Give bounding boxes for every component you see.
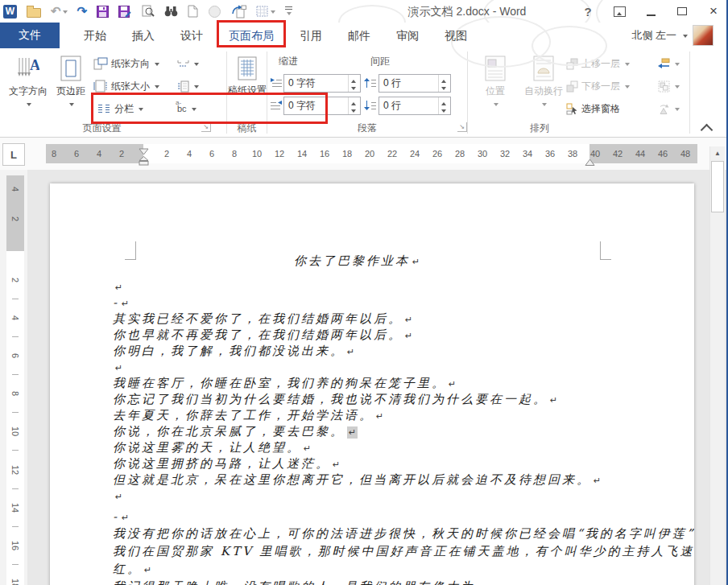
- hanging-indent-marker[interactable]: [139, 154, 149, 169]
- spinner-buttons[interactable]: [438, 97, 450, 114]
- tab-审阅[interactable]: 审阅: [383, 23, 432, 48]
- tab-引用[interactable]: 引用: [287, 23, 335, 48]
- document-title-line[interactable]: 你去了巴黎作业本↵: [113, 253, 601, 269]
- group-page-setup: A 文字方向 页边距 纸张方向 纸张大小: [0, 48, 226, 137]
- line-numbers-button[interactable]: [177, 76, 199, 97]
- document-line[interactable]: ↵: [113, 359, 612, 375]
- ribbon-display-options-icon[interactable]: [611, 2, 627, 21]
- dialog-launcher-icon[interactable]: ↘: [457, 122, 467, 132]
- manuscript-setup-button[interactable]: 稿纸设置: [229, 51, 266, 121]
- tab-stop-selector[interactable]: L: [2, 143, 25, 166]
- document-line[interactable]: 你说，你在北京呆腻了，要去巴黎。↵: [113, 423, 612, 439]
- spin-down-icon[interactable]: [439, 106, 450, 115]
- document-line[interactable]: 其实我已经不爱你了，在我们结婚两年以后。↵: [113, 311, 612, 327]
- minimize-icon[interactable]: [643, 2, 659, 21]
- ruler-number: 22: [387, 144, 397, 163]
- paste-special-icon[interactable]: [231, 3, 246, 19]
- vertical-scrollbar[interactable]: ▲: [709, 146, 725, 585]
- account-area[interactable]: 北侧 左一: [631, 23, 714, 48]
- paper-size-button[interactable]: 纸张大小: [93, 76, 159, 97]
- print-preview-icon[interactable]: [141, 3, 155, 19]
- document-line[interactable]: -↵: [113, 509, 612, 525]
- document-line[interactable]: 去年夏天，你辞去了工作，开始学法语。↵: [113, 407, 612, 423]
- tab-页面布局[interactable]: 页面布局: [216, 23, 287, 48]
- right-indent-marker[interactable]: [585, 155, 595, 170]
- new-document-icon[interactable]: [188, 3, 198, 19]
- paragraph-mark: ↵: [115, 363, 122, 373]
- tab-设计[interactable]: 设计: [168, 23, 216, 48]
- document-line[interactable]: 但这就是北京，呆在这里你想离开它，但当离开以后就会迫不及待想回来。↵: [113, 472, 612, 488]
- spacing-after-field[interactable]: 0 行: [378, 97, 451, 115]
- document-line[interactable]: ↵: [113, 278, 612, 295]
- save-icon[interactable]: [97, 3, 109, 19]
- hyphenation-button[interactable]: a-bc: [176, 98, 196, 119]
- document-line[interactable]: 我没有把你的话放在心上，可你的法语进步很快，秋天的时候你已经会唱“我的名字叫伊莲…: [113, 525, 612, 542]
- ruler-number: 28: [455, 144, 465, 163]
- select-table-icon[interactable]: [256, 3, 275, 19]
- document-line[interactable]: -↵: [113, 295, 612, 311]
- document-line[interactable]: 你说这里拥挤的马路，让人迷茫。↵: [113, 455, 612, 472]
- manuscript-setup-icon: [238, 54, 257, 83]
- indent-right-field[interactable]: 0 字符: [283, 97, 361, 115]
- tab-file[interactable]: 文件: [0, 23, 60, 48]
- customize-quick-access-toolbar-icon[interactable]: [285, 3, 292, 19]
- breaks-button[interactable]: [177, 53, 199, 74]
- ribbon-tabs: 开始插入设计页面布局引用邮件审阅视图: [71, 23, 480, 48]
- ruler-number: 10: [252, 144, 262, 163]
- collapse-ribbon-icon[interactable]: [701, 124, 714, 137]
- document-line[interactable]: 我睡在客厅，你睡在卧室，我们养的狗呆在笼子里。↵: [113, 375, 612, 391]
- tab-开始[interactable]: 开始: [71, 23, 119, 48]
- document-line[interactable]: 你忘记了我们当初为什么要结婚，我也说不清我们为什么要在一起。↵: [113, 391, 612, 407]
- spin-up-icon[interactable]: [349, 97, 360, 106]
- document-page[interactable]: 你去了巴黎作业本↵ ↵-↵其实我已经不爱你了，在我们结婚两年以后。↵你也早就不再…: [50, 183, 694, 585]
- save-as-icon[interactable]: [118, 3, 131, 19]
- wrap-text-button: 自动换行: [517, 51, 570, 121]
- spin-down-icon[interactable]: [349, 106, 360, 115]
- selection-pane-icon: [566, 103, 578, 115]
- document-line[interactable]: 我们在国贸那家 KTV 里唱歌，那时候中国好声音正在铺天盖地，有个叫华少的主持人…: [113, 542, 612, 560]
- scroll-up-icon[interactable]: ▲: [710, 146, 725, 161]
- redo-icon[interactable]: ↷: [77, 3, 88, 19]
- document-line[interactable]: 你也早就不再爱我了，在我们结婚两年以后。↵: [113, 327, 612, 343]
- avatar[interactable]: [693, 25, 714, 46]
- maximize-icon[interactable]: [674, 2, 690, 21]
- document-line[interactable]: 红。↵: [113, 560, 612, 578]
- tab-插入[interactable]: 插入: [119, 23, 168, 48]
- svg-text:A: A: [30, 57, 39, 73]
- spin-up-icon[interactable]: [439, 75, 450, 84]
- close-icon[interactable]: ×: [705, 2, 722, 21]
- vertical-ruler-strip: 4224681012141618: [0, 170, 27, 585]
- spin-up-icon[interactable]: [349, 75, 360, 84]
- document-line[interactable]: ↵: [113, 488, 612, 504]
- selection-pane-button[interactable]: 选择窗格: [566, 98, 620, 119]
- align-objects-button[interactable]: [658, 53, 680, 74]
- document-line[interactable]: 你说这里雾的天，让人绝望。↵: [113, 439, 612, 455]
- help-icon[interactable]: ?: [580, 2, 596, 21]
- word-logo-icon[interactable]: W: [3, 3, 17, 19]
- spin-down-icon[interactable]: [349, 84, 360, 93]
- undo-icon[interactable]: ↶: [51, 3, 68, 19]
- find-icon[interactable]: [164, 3, 178, 19]
- scrollbar-thumb[interactable]: [711, 161, 724, 212]
- document-line[interactable]: 我记得那天晚上唯一没有唱歌的人，是我们的朋友佟大为: [113, 578, 612, 585]
- spin-down-icon[interactable]: [439, 84, 450, 93]
- spacing-before-icon: [364, 77, 377, 89]
- spinner-buttons[interactable]: [348, 97, 360, 114]
- line-text: 你说，你在北京呆腻了，要去巴黎。: [113, 424, 345, 439]
- spinner-buttons[interactable]: [348, 75, 360, 92]
- spinner-buttons[interactable]: [438, 75, 450, 92]
- spacing-before-field[interactable]: 0 行: [378, 74, 451, 93]
- document-line[interactable]: 你明白，我了解，我们都没说出来。↵: [113, 343, 612, 359]
- ruler-ticks: [12, 262, 19, 585]
- text-direction-button[interactable]: A 文字方向: [5, 51, 52, 121]
- spin-up-icon[interactable]: [439, 97, 450, 106]
- indent-left-field[interactable]: 0 字符: [283, 74, 361, 93]
- tab-邮件[interactable]: 邮件: [335, 23, 383, 48]
- open-folder-icon[interactable]: [27, 3, 41, 19]
- margins-button[interactable]: 页边距: [52, 51, 90, 121]
- dialog-launcher-icon[interactable]: ↘: [201, 122, 211, 132]
- send-backward-button: 下移一层: [566, 76, 630, 97]
- orientation-button[interactable]: 纸张方向: [93, 53, 159, 74]
- tab-视图[interactable]: 视图: [432, 23, 480, 48]
- record-macro-icon: [208, 3, 221, 19]
